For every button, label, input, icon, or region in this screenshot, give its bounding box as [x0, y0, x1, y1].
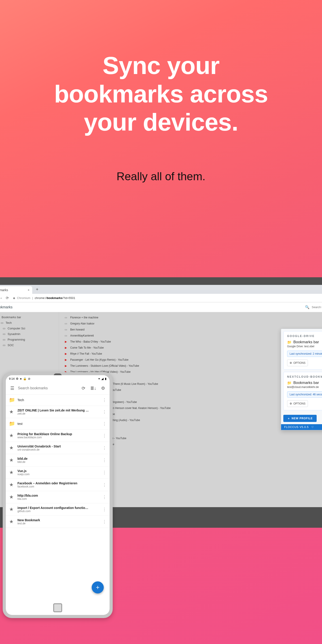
item-menu-icon[interactable]: ⋮ [102, 482, 106, 487]
item-menu-icon[interactable]: ⋮ [102, 433, 106, 438]
item-menu-icon[interactable]: ⋮ [102, 519, 106, 524]
item-subtitle: github.com [18, 510, 99, 513]
folder-icon: ▭ [64, 334, 68, 337]
fab-add-button[interactable]: + [92, 582, 104, 594]
phone-folder-item[interactable]: 📁Tech⋮ [6, 394, 110, 406]
bookmark-item[interactable]: ▭Gregory Alan Isakov⋮ [59, 320, 322, 326]
item-title: http://bla.com [18, 494, 99, 497]
url-host: bookmarks [47, 296, 62, 300]
folder-icon: ▭ [1, 321, 3, 324]
phone-bookmark-item[interactable]: ★http://bla.combla.com⋮ [6, 491, 110, 503]
heart-icon[interactable]: ♡ [311, 426, 314, 429]
bookmarks-header: Bookmarks 🔍 [0, 302, 322, 312]
sidebar-folder[interactable]: ▾▭Bookmarks bar [0, 314, 59, 320]
phone-bookmark-item[interactable]: ★bild.debild.de⋮ [6, 454, 110, 466]
folder-label: Tech [6, 321, 12, 324]
gear-icon: ⚙ [290, 402, 292, 405]
options-button[interactable]: ⚙OPTIONS [287, 360, 308, 366]
sidebar-folder[interactable]: ▭SOC [0, 342, 59, 348]
phone-search-input[interactable] [18, 386, 78, 390]
item-subtitle: test.de [18, 522, 99, 525]
sidebar-folder[interactable]: ▭Computer Sci [0, 326, 59, 331]
star-icon: ★ [9, 470, 14, 476]
phone-bookmark-item[interactable]: ★Facebook – Anmelden oder Registrierenfa… [6, 479, 110, 491]
reload-icon[interactable]: ⟳ [5, 296, 9, 300]
bookmark-item[interactable]: ▭Florence + the machine⋮ [59, 314, 322, 320]
item-title: New Bookmark [18, 518, 99, 522]
sidebar-folder[interactable]: ▾▭Tech [0, 320, 59, 326]
phone-bookmark-item[interactable]: ★Universität Osnabrück - Startuni-osnabr… [6, 442, 110, 454]
phone-mockup: 9:14 ⚙ ● 🔒 ⊘ ▾ ◢ ▮ ☰ ⟳ ≣↓ ⚙ 📁Tech⋮★ZEIT … [3, 372, 113, 618]
block-icon: ⊘ [28, 377, 30, 380]
phone-bookmark-item[interactable]: ★Pricing for Backblaze Online Backupwww.… [6, 430, 110, 442]
account-folder[interactable]: 📁Bookmarks bar [287, 380, 322, 385]
bookmark-title: The Lumineers - Stubborn Love (Official … [70, 364, 139, 368]
search-input[interactable] [312, 306, 322, 309]
item-menu-icon[interactable]: ⋮ [102, 495, 106, 500]
account-actions: ⚙OPTIONS↓↑⟳ [287, 360, 322, 366]
tab-title: Bookmarks [0, 288, 8, 292]
tab-close-icon[interactable]: × [28, 288, 30, 292]
item-menu-icon[interactable]: ⋮ [102, 398, 106, 402]
bookmarks-search[interactable]: 🔍 [305, 305, 322, 309]
item-menu-icon[interactable]: ⋮ [102, 507, 106, 512]
phone-bookmark-item[interactable]: ★Vue.jsvuejs.com⋮ [6, 466, 110, 479]
site-info-icon[interactable]: ◆ [13, 296, 15, 300]
sync-icon[interactable]: ⟳ [79, 386, 88, 391]
star-icon: ★ [9, 482, 14, 488]
item-menu-icon[interactable]: ⋮ [102, 470, 106, 475]
item-subtitle: www.backblaze.com [18, 436, 99, 439]
new-profile-button[interactable]: ＋ NEW PROFILE [283, 415, 317, 422]
hero-title: Sync your bookmarks across your devices. [0, 52, 322, 136]
item-menu-icon[interactable]: ⋮ [102, 410, 106, 414]
app-toolbar: ☰ ⟳ ≣↓ ⚙ [6, 382, 110, 394]
floccus-popup: GOOGLE-DRIVE✓All good📁Bookmarks barGoogl… [281, 329, 322, 430]
star-icon: ★ [9, 519, 14, 524]
battery-icon: ▮ [105, 377, 106, 380]
menu-icon[interactable]: ☰ [8, 386, 16, 391]
wifi-icon: ▾ [98, 377, 100, 380]
status-time: 9:14 [9, 377, 14, 380]
phone-list[interactable]: 📁Tech⋮★ZEIT ONLINE | Lesen Sie zeit.de m… [6, 394, 110, 600]
phone-bookmark-item[interactable]: ★New Bookmarktest.de⋮ [6, 516, 110, 528]
folder-icon: ▭ [3, 327, 5, 330]
sidebar-folder[interactable]: ▭Sysadmin [0, 331, 59, 337]
item-menu-icon[interactable]: ⋮ [102, 421, 106, 426]
item-menu-icon[interactable]: ⋮ [102, 446, 106, 450]
last-sync: Last synchronized: 46 seconds ago [287, 391, 322, 398]
last-sync: Last synchronized: 2 minutes ago [287, 350, 322, 357]
home-button[interactable] [53, 603, 62, 612]
options-button[interactable]: ⚙OPTIONS [287, 400, 308, 407]
folder-icon: 📁 [287, 381, 292, 385]
item-subtitle: bild.de [18, 460, 99, 464]
status-bar: 9:14 ⚙ ● 🔒 ⊘ ▾ ◢ ▮ [6, 375, 110, 382]
url-scheme: chrome:// [35, 296, 47, 300]
star-icon: ★ [9, 506, 14, 512]
bookmark-title: Gregory Alan Isakov [70, 322, 94, 325]
address-bar[interactable]: ◆ Chromium | chrome://bookmarks/?id=5501 [13, 296, 322, 300]
item-subtitle: vuejs.com [18, 473, 99, 476]
browser-tabs: Bookmarks × + [0, 285, 322, 294]
browser-tab[interactable]: Bookmarks × [0, 286, 32, 294]
folder-icon: ▭ [3, 332, 5, 336]
forward-icon[interactable]: → [0, 296, 3, 300]
settings-icon[interactable]: ⚙ [99, 386, 107, 391]
sort-icon[interactable]: ≣↓ [89, 386, 98, 391]
phone-folder-item[interactable]: 📁test⋮ [6, 418, 110, 430]
phone-bookmark-item[interactable]: ★import / Export Account configuration f… [6, 503, 110, 516]
star-icon: ★ [9, 494, 14, 500]
hero-title-line: Sync your [0, 52, 322, 80]
popup-footer: FLOCCUS V5.0.5 ♡ [281, 424, 322, 430]
phone-bookmark-item[interactable]: ★ZEIT ONLINE | Lesen Sie zeit.de mit Wer… [6, 406, 110, 418]
folder-icon: ▭ [3, 344, 5, 347]
url-label: Chromium [17, 296, 30, 300]
item-menu-icon[interactable]: ⋮ [102, 458, 106, 463]
url-sep: | [32, 296, 33, 300]
hero-title-line: bookmarks across [0, 80, 322, 108]
sidebar-folder[interactable]: ▭Programming [0, 337, 59, 342]
folder-label: Bookmarks bar [2, 316, 21, 319]
account-type: GOOGLE-DRIVE [287, 334, 322, 338]
account-folder[interactable]: 📁Bookmarks bar [287, 340, 322, 344]
hero-subtitle: Really all of them. [0, 170, 322, 183]
new-tab-button[interactable]: + [34, 287, 40, 292]
